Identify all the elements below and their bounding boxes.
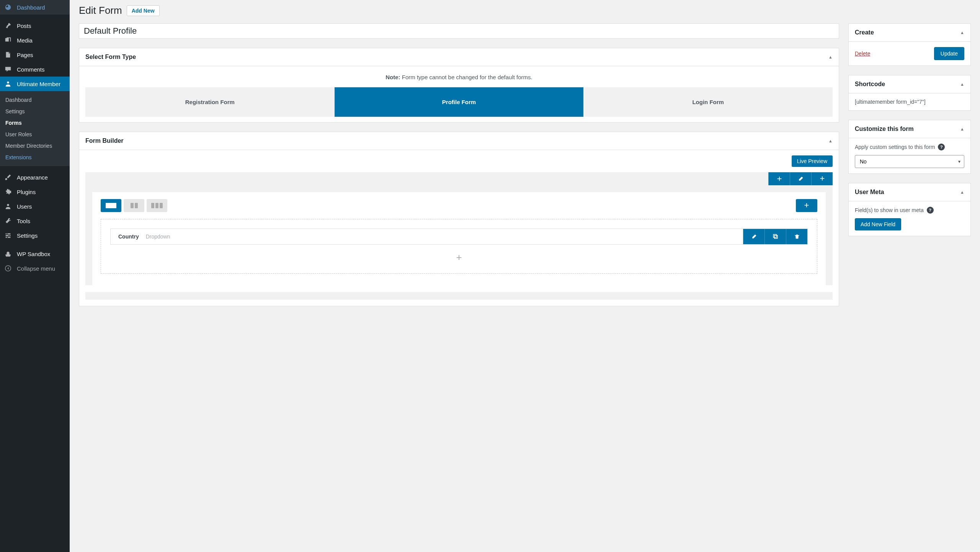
form-type-login[interactable]: Login Form — [583, 87, 833, 117]
customize-title: Customize this form — [855, 126, 914, 132]
settings-icon — [5, 232, 13, 239]
user-icon — [5, 80, 13, 87]
chevron-up-icon: ▲ — [828, 139, 833, 143]
svg-point-0 — [7, 82, 9, 83]
sidebar-item-users[interactable]: Users — [0, 199, 70, 214]
live-preview-button[interactable]: Live Preview — [792, 155, 833, 167]
add-new-button[interactable]: Add New — [127, 5, 160, 16]
sidebar-item-label: Media — [17, 37, 33, 44]
sidebar-item-label: Ultimate Member — [17, 81, 60, 87]
chevron-up-icon: ▲ — [960, 82, 964, 87]
sidebar-sub-settings[interactable]: Settings — [0, 106, 70, 117]
delete-field-button[interactable] — [786, 229, 807, 244]
field-label: Country — [118, 234, 139, 240]
collapse-icon — [5, 265, 13, 272]
publish-box: Create ▲ Delete Update — [848, 23, 971, 66]
svg-point-1 — [7, 204, 9, 206]
form-builder-box: Form Builder ▲ Live Preview — [79, 132, 839, 306]
shortcode-title: Shortcode — [855, 81, 885, 88]
field-type: Dropdown — [146, 234, 170, 240]
sidebar-item-label: WP Sandbox — [17, 251, 50, 257]
shortcode-value: [ultimatemember form_id="7"] — [855, 99, 926, 105]
drag-handle[interactable] — [796, 199, 817, 212]
form-type-profile[interactable]: Profile Form — [335, 87, 584, 117]
sidebar-item-dashboard[interactable]: Dashboard — [0, 0, 70, 15]
select-form-type-header[interactable]: Select Form Type ▲ — [79, 48, 839, 66]
users-icon — [5, 203, 13, 210]
layout-one-col[interactable] — [101, 199, 121, 212]
customize-box: Customize this form ▲ Apply custom setti… — [848, 120, 971, 174]
form-title-input[interactable] — [79, 23, 839, 39]
sidebar-sub-dashboard[interactable]: Dashboard — [0, 94, 70, 106]
sidebar-item-label: Users — [17, 203, 32, 210]
svg-rect-2 — [6, 234, 11, 235]
dashboard-icon — [5, 4, 13, 11]
sidebar-item-plugins[interactable]: Plugins — [0, 185, 70, 199]
field-dropzone: Country Dropdown — [101, 219, 817, 274]
svg-point-5 — [7, 234, 8, 235]
chevron-up-icon: ▲ — [960, 190, 964, 194]
sidebar-item-pages[interactable]: Pages — [0, 47, 70, 62]
customize-note: Apply custom settings to this form — [855, 144, 935, 150]
sidebar-sub-user-roles[interactable]: User Roles — [0, 129, 70, 140]
sidebar-item-appearance[interactable]: Appearance — [0, 170, 70, 185]
delete-link[interactable]: Delete — [855, 51, 870, 57]
sidebar-sub-extensions[interactable]: Extensions — [0, 152, 70, 163]
user-meta-title: User Meta — [855, 189, 884, 196]
page-title: Edit Form — [79, 5, 122, 16]
layout-two-col[interactable] — [124, 199, 144, 212]
sandbox-icon — [5, 250, 13, 257]
sidebar-item-collapse[interactable]: Collapse menu — [0, 261, 70, 276]
svg-point-7 — [7, 237, 8, 238]
sidebar-sub-member-directories[interactable]: Member Directories — [0, 140, 70, 152]
publish-header[interactable]: Create ▲ — [849, 24, 970, 42]
layout-three-col[interactable] — [147, 199, 167, 212]
form-type-registration[interactable]: Registration Form — [85, 87, 335, 117]
add-row-button[interactable] — [768, 172, 790, 185]
sidebar-item-media[interactable]: Media — [0, 33, 70, 47]
builder-row-placeholder — [85, 292, 833, 300]
edit-field-button[interactable] — [743, 229, 764, 244]
sidebar-item-label: Dashboard — [17, 4, 45, 11]
builder-row: Country Dropdown — [85, 172, 833, 285]
chevron-up-icon: ▲ — [960, 127, 964, 131]
main-content: Edit Form Add New Select Form Type ▲ Not… — [70, 0, 980, 552]
sidebar-item-label: Tools — [17, 218, 30, 224]
move-row-button[interactable] — [811, 172, 833, 185]
sidebar-item-comments[interactable]: Comments — [0, 62, 70, 77]
form-builder-header[interactable]: Form Builder ▲ — [79, 132, 839, 150]
pin-icon — [5, 22, 13, 29]
edit-row-button[interactable] — [790, 172, 811, 185]
custom-settings-select[interactable]: No — [855, 155, 964, 168]
media-icon — [5, 37, 13, 44]
svg-point-6 — [8, 235, 10, 236]
sidebar-item-tools[interactable]: Tools — [0, 214, 70, 228]
chevron-up-icon: ▲ — [960, 30, 964, 35]
sidebar-item-wp-sandbox[interactable]: WP Sandbox — [0, 247, 70, 261]
sidebar-submenu: Dashboard Settings Forms User Roles Memb… — [0, 91, 70, 166]
help-icon[interactable]: ? — [938, 144, 945, 150]
column-layout-picker — [101, 199, 167, 212]
wrench-icon — [5, 217, 13, 224]
sidebar-item-label: Posts — [17, 23, 31, 29]
sidebar-item-settings[interactable]: Settings — [0, 228, 70, 243]
help-icon[interactable]: ? — [927, 207, 934, 214]
page-icon — [5, 51, 13, 58]
sidebar-item-label: Comments — [17, 66, 45, 73]
update-button[interactable]: Update — [934, 47, 964, 60]
svg-rect-3 — [6, 235, 11, 236]
add-new-field-button[interactable]: Add New Field — [855, 218, 901, 230]
customize-header[interactable]: Customize this form ▲ — [849, 120, 970, 138]
sidebar-sub-forms[interactable]: Forms — [0, 117, 70, 129]
sidebar-item-ultimate-member[interactable]: Ultimate Member — [0, 77, 70, 91]
user-meta-note: Field(s) to show in user meta — [855, 207, 924, 213]
duplicate-field-button[interactable] — [764, 229, 786, 244]
add-field-button[interactable]: + — [110, 250, 808, 264]
admin-sidebar: Dashboard Posts Media Pages Comments — [0, 0, 70, 552]
shortcode-header[interactable]: Shortcode ▲ — [849, 75, 970, 93]
user-meta-header[interactable]: User Meta ▲ — [849, 183, 970, 201]
sidebar-item-posts[interactable]: Posts — [0, 18, 70, 33]
svg-rect-10 — [773, 234, 776, 237]
sidebar-item-label: Settings — [17, 232, 38, 239]
field-row: Country Dropdown — [110, 229, 808, 245]
